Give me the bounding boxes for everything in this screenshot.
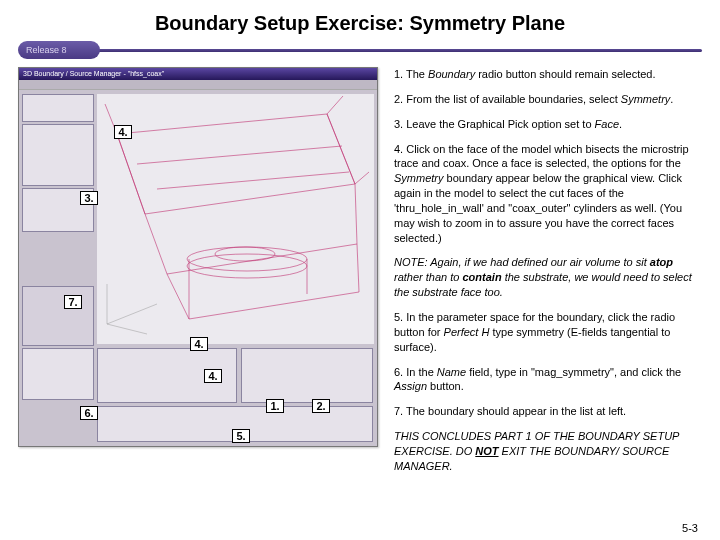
screenshot: 3D Boundary / Source Manager - "hfss_coa… <box>18 67 378 447</box>
callout-4b: 4. <box>190 337 208 351</box>
release-pill: Release 8 <box>18 41 100 59</box>
step-1: 1. The Boundary radio button should rema… <box>394 67 702 82</box>
note: NOTE: Again, if we had defined our air v… <box>394 255 702 300</box>
step-7: 7. The boundary should appear in the lis… <box>394 404 702 419</box>
page-title: Boundary Setup Exercise: Symmetry Plane <box>0 0 720 41</box>
closing: THIS CONCLUDES PART 1 OF THE BOUNDARY SE… <box>394 429 702 474</box>
pane-name-assign <box>22 348 94 400</box>
callout-1: 1. <box>266 399 284 413</box>
callout-7: 7. <box>64 295 82 309</box>
callout-3: 3. <box>80 191 98 205</box>
svg-point-0 <box>187 247 307 271</box>
step-2: 2. From the list of available boundaries… <box>394 92 702 107</box>
callout-6: 6. <box>80 406 98 420</box>
step-5: 5. In the parameter space for the bounda… <box>394 310 702 355</box>
model-wireframe <box>97 94 374 344</box>
step-4: 4. Click on the face of the model which … <box>394 142 702 246</box>
viewport-3d <box>97 94 374 344</box>
pane-assigned <box>22 286 94 346</box>
svg-point-1 <box>187 254 307 278</box>
header-bar: Release 8 <box>18 41 702 59</box>
step-3: 3. Leave the Graphical Pick option set t… <box>394 117 702 132</box>
header-line <box>78 49 702 52</box>
pane-boundary-type <box>22 94 94 122</box>
window-titlebar: 3D Boundary / Source Manager - "hfss_coa… <box>19 68 377 80</box>
callout-5: 5. <box>232 429 250 443</box>
menubar <box>19 80 377 90</box>
step-6: 6. In the Name field, type in "mag_symme… <box>394 365 702 395</box>
callout-4a: 4. <box>114 125 132 139</box>
callout-4c: 4. <box>204 369 222 383</box>
pane-second-opts <box>241 348 373 403</box>
instruction-text: 1. The Boundary radio button should rema… <box>394 67 702 484</box>
page-number: 5-3 <box>682 522 698 534</box>
pane-boundary-list <box>22 124 94 186</box>
callout-2: 2. <box>312 399 330 413</box>
